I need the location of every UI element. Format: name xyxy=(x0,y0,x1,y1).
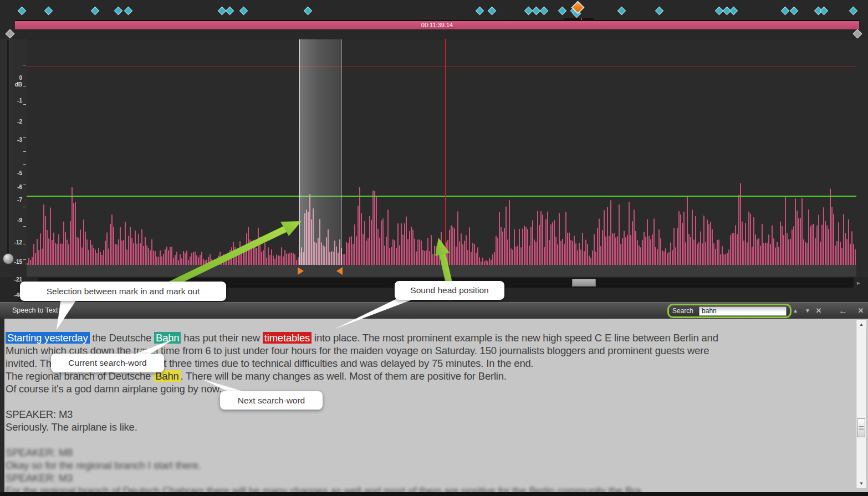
waveform-bars xyxy=(27,39,856,265)
db-scale-label: 0 xyxy=(2,75,22,81)
db-scale-label: -2 xyxy=(2,119,22,125)
transcript-vscrollbar[interactable]: ▲ ▼ xyxy=(856,320,866,488)
transcript-line[interactable]: Okay so for the regional branch I start … xyxy=(6,459,852,472)
db-scale-label: -12 xyxy=(2,239,22,246)
vscroll-down-icon[interactable]: ▼ xyxy=(856,479,866,488)
hscroll-thumb[interactable] xyxy=(572,279,596,287)
cue-marker-icon[interactable] xyxy=(304,7,313,16)
transcript-line[interactable] xyxy=(6,433,852,446)
range-start-handle[interactable] xyxy=(6,29,15,39)
waveform-plot[interactable] xyxy=(27,39,856,265)
db-scale-label: -40 xyxy=(2,292,22,298)
db-scale-tick xyxy=(23,86,26,86)
db-scale-tick xyxy=(23,151,26,152)
transcript-segment: SPEAKER: M8 xyxy=(6,447,73,458)
next-word-callout-label: Next search-word xyxy=(238,396,305,406)
cue-marker-icon[interactable] xyxy=(540,7,549,16)
vscroll-thumb[interactable] xyxy=(857,418,865,437)
panel-title: Speech to Text xyxy=(12,306,58,314)
vscroll-up-icon[interactable]: ▲ xyxy=(856,320,866,329)
transcript-segment: the Deutsche xyxy=(90,332,155,344)
cue-marker-icon[interactable] xyxy=(488,7,497,16)
soundhead-callout: Sound head position xyxy=(395,281,504,300)
transcript-segment: SPEAKER: M3 xyxy=(6,408,73,420)
threshold-line xyxy=(27,196,856,197)
transcript-line[interactable]: SPEAKER: M8 xyxy=(6,446,852,459)
marker-timeline[interactable]: 00:11:39.14 xyxy=(0,0,868,39)
cue-marker-icon[interactable] xyxy=(849,7,858,16)
cue-marker-icon[interactable] xyxy=(655,7,664,16)
db-scale-tick xyxy=(23,226,26,227)
soundhead-callout-label: Sound head position xyxy=(410,285,488,295)
transcript-segment: . There will be many changes as well. Mo… xyxy=(181,370,507,382)
cue-marker-icon[interactable] xyxy=(729,7,738,16)
cue-marker-icon[interactable] xyxy=(226,7,234,16)
cue-marker-icon[interactable] xyxy=(124,7,133,16)
db-scale-tick xyxy=(23,185,26,185)
cue-marker-icon[interactable] xyxy=(44,7,53,16)
playhead-line[interactable] xyxy=(445,39,446,277)
db-scale-label: -21 xyxy=(2,277,22,283)
search-prev-icon[interactable]: ▲ xyxy=(790,303,800,319)
db-scale-tick xyxy=(23,164,26,165)
cue-marker-icon[interactable] xyxy=(617,7,626,16)
level-slider-track[interactable] xyxy=(7,40,10,262)
cue-marker-icon[interactable] xyxy=(820,7,829,16)
search-hit-red: timetables xyxy=(263,332,312,344)
window-bottom-edge xyxy=(0,492,868,496)
next-word-callout: Next search-word xyxy=(220,391,323,410)
cue-marker-icon[interactable] xyxy=(790,7,799,16)
transcript-line[interactable]: Seriously. The airplane is like. xyxy=(6,421,852,433)
selection-callout-label: Selection between mark in and mark out xyxy=(47,287,200,296)
mark-out-icon[interactable] xyxy=(336,267,343,275)
mark-in-icon[interactable] xyxy=(298,267,304,275)
db-scale-label: -15 xyxy=(2,259,22,265)
cue-marker-icon[interactable] xyxy=(91,7,100,16)
transcript-segment: into place. The most prominent example i… xyxy=(312,332,718,344)
panel-close-icon[interactable]: ✕ xyxy=(856,303,866,319)
waveform-selection[interactable] xyxy=(299,39,341,265)
transcript-segment: Okay so for the regional branch I start … xyxy=(6,459,201,471)
db-scale-label: -5 xyxy=(2,170,22,176)
speech-panel-header: Speech to Text Search ▲ ▼ ✕ ← ✕ xyxy=(0,302,868,319)
timeline-progress-bar[interactable]: 00:11:39.14 xyxy=(15,21,859,29)
range-end-handle[interactable] xyxy=(853,29,862,39)
search-clear-icon[interactable]: ✕ xyxy=(814,303,824,319)
cue-marker-icon[interactable] xyxy=(558,7,567,16)
transcript-segment: SPEAKER: M3 xyxy=(6,472,73,484)
transcript-line[interactable] xyxy=(6,395,852,408)
hscroll-right-icon[interactable]: ▸ xyxy=(857,278,860,288)
cue-marker-icon[interactable] xyxy=(114,7,123,16)
current-word-callout-label: Current search-word xyxy=(68,358,146,368)
search-hit-blue: Starting yesterday xyxy=(6,332,90,344)
search-group: Search xyxy=(667,304,792,318)
db-scale-label: -6 xyxy=(2,184,22,190)
db-scale-label: -9 xyxy=(2,217,22,223)
panel-left-border xyxy=(0,319,4,492)
timeline-progress-track[interactable]: 00:11:39.14 xyxy=(15,20,859,29)
search-hit-green: Bahn xyxy=(154,332,181,344)
transcript-line[interactable]: SPEAKER: M3 xyxy=(6,408,852,421)
cue-marker-icon[interactable] xyxy=(476,7,484,16)
transcript-line[interactable]: SPEAKER: M3 xyxy=(6,472,852,484)
db-scale-label: -3 xyxy=(2,137,22,143)
transcript-panel: Starting yesterday the Deutsche Bahn has… xyxy=(0,319,868,492)
db-scale-label: -1 xyxy=(2,98,22,104)
db-scale-tick xyxy=(23,259,26,260)
current-word-callout: Current search-word xyxy=(51,354,164,372)
limit-line xyxy=(27,66,856,67)
cue-marker-icon[interactable] xyxy=(18,7,27,16)
db-scale-tick xyxy=(23,65,26,65)
search-label: Search xyxy=(672,307,693,315)
search-input[interactable] xyxy=(699,306,787,316)
search-next-icon[interactable]: ▼ xyxy=(803,303,813,319)
transcript-line[interactable]: Starting yesterday the Deutsche Bahn has… xyxy=(6,331,852,344)
transcript-line[interactable]: Of course it's a god damn airplane going… xyxy=(6,382,852,395)
back-icon[interactable]: ← xyxy=(838,303,848,319)
db-scale-gutter: 0dB-1-2-3-5-6-7-9-12-15-21-40 xyxy=(0,39,27,265)
waveform-panel: 0dB-1-2-3-5-6-7-9-12-15-21-40 ◂ ▸ xyxy=(0,39,868,277)
selection-callout: Selection between mark in and mark out xyxy=(20,282,226,301)
cue-marker-icon[interactable] xyxy=(239,7,248,16)
cue-marker-icon[interactable] xyxy=(781,7,790,16)
db-scale-tick xyxy=(23,137,26,138)
